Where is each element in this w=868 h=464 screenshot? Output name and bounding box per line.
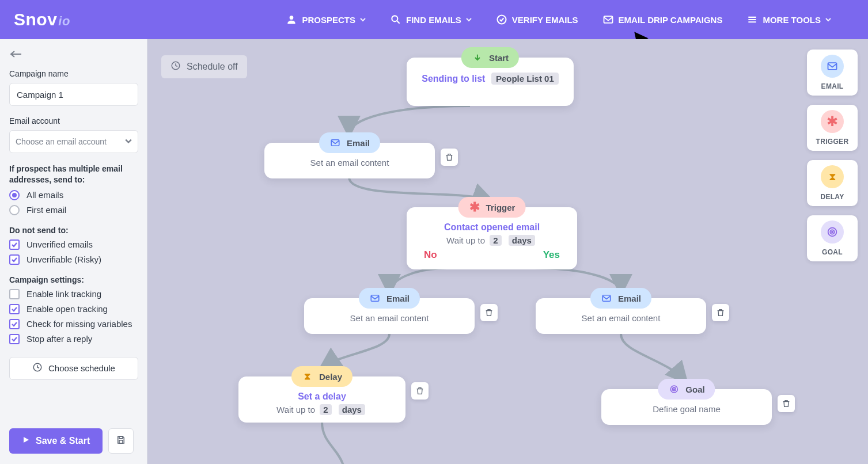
checkbox-icon (9, 254, 20, 265)
palette-label: GOAL (822, 248, 843, 256)
trigger-branches: No Yes (407, 249, 577, 268)
node-pill: ✱ Trigger (458, 197, 526, 218)
mail-icon (821, 55, 844, 78)
node-placeholder: Define goal name (653, 404, 721, 414)
node-email-3[interactable]: Email Set an email content (536, 298, 706, 334)
clock-icon (32, 362, 43, 374)
delete-node-button[interactable] (411, 382, 429, 400)
target-icon (821, 220, 844, 244)
node-placeholder: Set an email content (350, 313, 429, 323)
svg-rect-10 (371, 295, 379, 302)
campaign-name-label: Campaign name (9, 69, 138, 78)
chk-missing-vars[interactable]: Check for missing variables (9, 319, 138, 329)
node-pill: Email (590, 288, 651, 309)
email-account-select[interactable]: Choose an email account (9, 130, 138, 153)
chk-unverified[interactable]: Unverified emails (9, 239, 138, 250)
logo[interactable]: Snov io (14, 10, 70, 29)
checkbox-label: Enable link tracking (26, 289, 101, 299)
node-pill: Email (359, 288, 420, 309)
nav-drip-campaigns[interactable]: EMAIL DRIP CAMPAIGNS (602, 14, 723, 25)
svg-point-14 (673, 389, 674, 390)
svg-point-18 (832, 231, 833, 233)
checkbox-label: Unverified emails (26, 239, 93, 249)
chk-risky[interactable]: Unverifiable (Risky) (9, 254, 138, 265)
hourglass-icon: ⧗ (821, 165, 844, 188)
palette-delay[interactable]: ⧗ DELAY (807, 160, 858, 206)
checkbox-icon (9, 334, 20, 344)
svg-rect-11 (602, 295, 611, 302)
campaign-name-input[interactable] (9, 83, 138, 106)
branch-yes[interactable]: Yes (543, 249, 560, 261)
node-wait: Wait up to 2 days (418, 235, 566, 246)
palette-email[interactable]: EMAIL (807, 50, 858, 96)
chevron-down-icon (466, 17, 472, 22)
checkbox-label: Stop after a reply (26, 334, 92, 344)
node-pill: Start (461, 47, 519, 68)
menu-icon (746, 14, 758, 25)
nav-verify-emails[interactable]: VERIFY EMAILS (496, 14, 578, 25)
pill-label: Start (489, 53, 509, 63)
campaign-settings-label: Campaign settings: (9, 275, 138, 284)
nav-find-emails[interactable]: FIND EMAILS (390, 14, 472, 25)
multi-address-label: If prospect has multiple email addresses… (9, 163, 138, 185)
save-start-button[interactable]: Save & Start (9, 428, 103, 454)
delete-node-button[interactable] (480, 304, 498, 321)
hourglass-icon: ⧗ (302, 371, 313, 382)
node-delay[interactable]: ⧗ Delay Set a delay Wait up to 2 days (238, 376, 405, 423)
back-button[interactable] (9, 47, 23, 61)
pill-label: Trigger (486, 203, 516, 212)
node-email-1[interactable]: Email Set an email content (264, 143, 435, 178)
save-draft-button[interactable] (108, 428, 134, 454)
search-icon (390, 14, 401, 25)
palette-goal[interactable]: GOAL (807, 215, 858, 261)
node-title: Contact opened email (418, 222, 566, 233)
svg-rect-7 (119, 440, 123, 443)
nav-more-tools[interactable]: MORE TOOLS (746, 14, 831, 25)
flow-canvas[interactable]: Schedule off Start Sending to list Pe (147, 39, 868, 464)
button-label: Choose schedule (48, 363, 115, 373)
node-pill: ⧗ Delay (291, 366, 352, 387)
node-goal[interactable]: Goal Define goal name (601, 389, 772, 425)
person-icon (286, 14, 297, 25)
chevron-down-icon (825, 17, 831, 22)
svg-rect-3 (604, 16, 612, 23)
checkbox-icon (9, 304, 20, 314)
nav-prospects[interactable]: PROSPECTS (286, 14, 366, 25)
chk-stop-reply[interactable]: Stop after a reply (9, 334, 138, 344)
node-title: Sending to list (422, 74, 485, 83)
delete-node-button[interactable] (712, 304, 729, 321)
palette-trigger[interactable]: ✱ TRIGGER (807, 105, 858, 151)
chk-link-tracking[interactable]: Enable link tracking (9, 289, 138, 299)
checkbox-label: Enable open tracking (26, 304, 108, 314)
asterisk-icon: ✱ (821, 110, 844, 133)
choose-schedule-button[interactable]: Choose schedule (9, 357, 138, 380)
top-nav: Snov io PROSPECTS FIND EMAILS VERIFY EMA… (0, 0, 868, 39)
palette-label: DELAY (820, 193, 844, 201)
logo-text-io: io (58, 14, 70, 29)
node-trigger[interactable]: ✱ Trigger Contact opened email Wait up t… (407, 207, 577, 269)
radio-icon (9, 190, 20, 200)
button-label: Save & Start (36, 436, 90, 446)
node-start[interactable]: Start Sending to list People List 01 (407, 58, 574, 106)
radio-all-emails[interactable]: All emails (9, 190, 138, 200)
pill-label: Goal (685, 385, 704, 394)
delete-node-button[interactable] (778, 395, 795, 412)
svg-rect-6 (119, 436, 123, 439)
branch-no[interactable]: No (424, 249, 437, 261)
node-placeholder: Set an email content (582, 313, 661, 323)
node-email-2[interactable]: Email Set an email content (304, 298, 475, 334)
nav-label: PROSPECTS (302, 15, 355, 25)
pill-label: Email (386, 294, 410, 303)
mail-icon (329, 137, 341, 149)
mail-icon (602, 14, 614, 25)
logo-text-snov: Snov (14, 10, 57, 29)
pill-label: Email (618, 294, 641, 303)
node-wait: Wait up to 2 days (250, 404, 394, 415)
delete-node-button[interactable] (441, 149, 458, 166)
checkbox-label: Unverifiable (Risky) (26, 254, 101, 264)
do-not-send-label: Do not send to: (9, 226, 138, 235)
radio-first-email[interactable]: First email (9, 205, 138, 215)
node-title: Set a delay (250, 391, 394, 402)
checkbox-icon (9, 289, 20, 299)
chk-open-tracking[interactable]: Enable open tracking (9, 304, 138, 314)
